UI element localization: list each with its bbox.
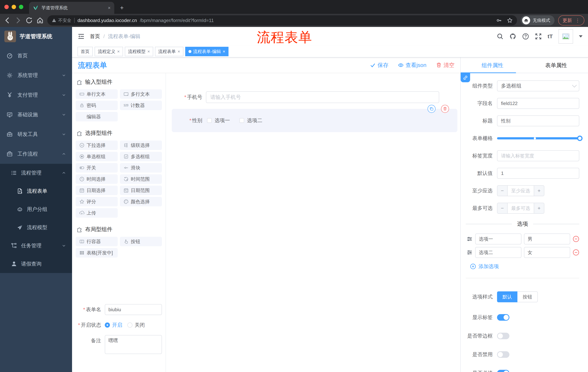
component-switch[interactable]: 开关 xyxy=(76,163,118,172)
increase-button[interactable]: + xyxy=(534,186,544,196)
min-select-placeholder[interactable]: 至少应选 xyxy=(508,186,534,196)
tag-process-model[interactable]: 流程模型 × xyxy=(125,47,153,56)
search-icon[interactable] xyxy=(497,33,504,40)
component-cascader[interactable]: 级联选择 xyxy=(120,140,162,150)
max-select-placeholder[interactable]: 最多可选 xyxy=(508,203,534,213)
sidebar-item-devtools[interactable]: 研发工具 xyxy=(0,125,72,144)
form-grid-slider[interactable] xyxy=(497,133,579,144)
component-password[interactable]: 密码 xyxy=(76,101,118,110)
browser-tab[interactable]: 芋道管理系统 × xyxy=(29,2,114,14)
disabled-toggle[interactable] xyxy=(497,351,509,358)
tag-close-icon[interactable]: × xyxy=(178,49,180,54)
user-menu-caret-icon[interactable] xyxy=(579,35,583,37)
remove-option-icon[interactable] xyxy=(573,236,579,242)
component-slider[interactable]: 滑块 xyxy=(120,163,162,172)
view-json-button[interactable]: 查看json xyxy=(398,62,426,69)
component-single-line-text[interactable]: 单行文本 xyxy=(76,89,118,99)
drag-handle-icon[interactable] xyxy=(466,249,473,255)
sidebar-item-process-mgmt[interactable]: 流程管理 xyxy=(0,164,72,182)
default-value-input[interactable] xyxy=(497,168,579,179)
style-default-button[interactable]: 默认 xyxy=(497,291,517,302)
option2-label-input[interactable] xyxy=(475,247,521,258)
avatar[interactable] xyxy=(558,29,573,44)
breadcrumb-home[interactable]: 首页 xyxy=(90,33,100,40)
component-table[interactable]: 表格[开发中] xyxy=(76,248,118,257)
browser-update-button[interactable]: 更新 ⋮ xyxy=(558,15,584,25)
sidebar-item-leave-query[interactable]: 请假查询 xyxy=(0,255,72,273)
component-date-range[interactable]: 日期范围 xyxy=(120,186,162,195)
tag-close-icon[interactable]: × xyxy=(117,49,120,54)
sidebar-item-process-form[interactable]: 流程表单 xyxy=(0,182,72,200)
tag-process-form-edit[interactable]: 流程表单-编辑 × xyxy=(185,47,229,56)
sidebar-item-process-model[interactable]: 流程模型 xyxy=(0,218,72,237)
show-label-toggle[interactable] xyxy=(497,314,509,321)
form-remark-textarea[interactable]: 嘿嘿 xyxy=(105,335,162,354)
tag-close-icon[interactable]: × xyxy=(223,49,225,54)
sidebar-item-user-group[interactable]: 用户分组 xyxy=(0,200,72,218)
font-size-icon[interactable]: tT xyxy=(548,33,553,40)
option1-value-input[interactable] xyxy=(524,234,570,244)
tag-process-definition[interactable]: 流程定义 × xyxy=(94,47,123,56)
minimize-window-button[interactable] xyxy=(12,5,16,9)
gender-checkbox-option2[interactable]: 选项二 xyxy=(239,117,262,124)
forward-icon[interactable] xyxy=(15,17,22,24)
gender-checkbox-option1[interactable]: 选项一 xyxy=(207,117,230,124)
component-date-picker[interactable]: 日期选择 xyxy=(76,186,118,195)
reload-icon[interactable] xyxy=(25,17,33,24)
github-icon[interactable] xyxy=(509,33,516,40)
sidebar-item-task-mgmt[interactable]: 任务管理 xyxy=(0,237,72,255)
component-radio-group[interactable]: 单选框组 xyxy=(76,152,118,161)
remove-option-icon[interactable] xyxy=(573,249,579,256)
component-multi-line-text[interactable]: 多行文本 xyxy=(120,89,162,99)
security-indicator[interactable]: 不安全 xyxy=(52,18,71,23)
delete-component-button[interactable] xyxy=(441,105,449,113)
drag-handle-icon[interactable] xyxy=(466,236,473,242)
zoom-window-button[interactable] xyxy=(19,5,23,9)
help-icon[interactable] xyxy=(522,33,529,40)
component-counter[interactable]: 123计数器 xyxy=(120,101,162,110)
back-icon[interactable] xyxy=(4,17,11,24)
fullscreen-icon[interactable] xyxy=(535,33,542,40)
label-width-input[interactable] xyxy=(497,150,579,161)
option2-value-input[interactable] xyxy=(524,247,570,258)
tab-close-icon[interactable]: × xyxy=(108,5,111,11)
tag-home[interactable]: 首页 xyxy=(77,47,93,56)
status-radio-on[interactable]: 开启 xyxy=(105,322,122,329)
status-radio-off[interactable]: 关闭 xyxy=(127,322,145,329)
component-time-picker[interactable]: 时间选择 xyxy=(76,174,118,184)
required-toggle[interactable] xyxy=(497,370,509,372)
style-button-button[interactable]: 按钮 xyxy=(517,291,538,302)
save-button[interactable]: 保存 xyxy=(370,62,388,69)
field-name-input[interactable] xyxy=(497,98,579,109)
component-upload[interactable]: 上传 xyxy=(76,208,118,218)
component-color-picker[interactable]: 颜色选择 xyxy=(120,197,162,206)
sidebar-item-system[interactable]: 系统管理 xyxy=(0,65,72,85)
option1-label-input[interactable] xyxy=(475,234,521,244)
tag-process-form[interactable]: 流程表单 × xyxy=(155,47,183,56)
gender-field-block-selected[interactable]: *性别 选项一 选项二 xyxy=(172,109,457,132)
component-editor[interactable]: 编辑器 xyxy=(76,112,118,121)
component-row-container[interactable]: 行容器 xyxy=(76,237,118,246)
sidebar-item-infra[interactable]: 基础设施 xyxy=(0,105,72,125)
link-tab-button[interactable] xyxy=(461,73,470,82)
decrease-button[interactable]: − xyxy=(497,203,508,213)
add-option-button[interactable]: 添加选项 xyxy=(470,263,579,270)
browser-menu-icon[interactable]: ⋮ xyxy=(575,18,580,23)
title-input[interactable] xyxy=(497,115,579,126)
bookmark-star-icon[interactable] xyxy=(507,18,513,23)
new-tab-button[interactable]: + xyxy=(117,3,127,12)
duplicate-component-button[interactable] xyxy=(428,105,436,113)
component-button[interactable]: 按钮 xyxy=(120,237,162,246)
sidebar-fold-icon[interactable] xyxy=(77,33,85,40)
component-checkbox-group[interactable]: 多选框组 xyxy=(120,152,162,161)
tab-component-props[interactable]: 组件属性 xyxy=(461,57,524,73)
border-toggle[interactable] xyxy=(497,333,509,339)
clear-button[interactable]: 清空 xyxy=(436,62,454,69)
home-icon[interactable] xyxy=(36,17,44,24)
sidebar-item-payment[interactable]: 支付管理 xyxy=(0,85,72,105)
slider-handle[interactable] xyxy=(577,136,583,141)
tag-close-icon[interactable]: × xyxy=(147,49,150,54)
sidebar-item-workflow[interactable]: 工作流程 xyxy=(0,144,72,164)
component-select[interactable]: 下拉选择 xyxy=(76,140,118,150)
component-rate[interactable]: 评分 xyxy=(76,197,118,206)
